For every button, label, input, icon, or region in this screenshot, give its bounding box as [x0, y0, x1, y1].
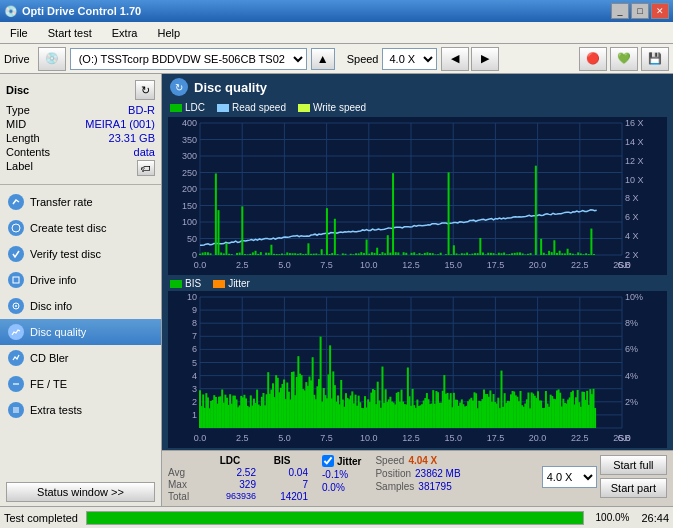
disc-refresh-btn[interactable]: ↻	[135, 80, 155, 100]
disc-label-icon[interactable]: 🏷	[137, 160, 155, 176]
drive-eject-btn[interactable]: ▲	[311, 48, 335, 70]
menu-help[interactable]: Help	[151, 25, 186, 41]
disc-contents-value[interactable]: data	[134, 146, 155, 158]
speed-controls: ◀ ▶	[441, 47, 499, 71]
max-ldc: 329	[204, 479, 256, 490]
jitter-legend-label: Jitter	[228, 278, 250, 289]
disc-info-label: Disc info	[30, 300, 72, 312]
disc-mid-value: MEIRA1 (001)	[85, 118, 155, 130]
svg-point-3	[15, 305, 17, 307]
status-bar: Test completed 100.0% 26:44	[0, 506, 673, 528]
disc-quality-icon	[8, 324, 24, 340]
create-test-icon	[8, 220, 24, 236]
max-label: Max	[168, 479, 204, 490]
start-part-btn[interactable]: Start part	[600, 478, 667, 498]
disc-color-btn[interactable]: 🔴	[579, 47, 607, 71]
status-window-btn[interactable]: Status window >>	[6, 482, 155, 502]
ldc-legend-label: LDC	[185, 102, 205, 113]
disc-length-row: Length 23.31 GB	[6, 132, 155, 144]
total-ldc: 963936	[204, 491, 256, 502]
window-controls: _ □ ✕	[611, 3, 669, 19]
sidebar-item-disc-info[interactable]: Disc info	[0, 293, 161, 319]
menu-file[interactable]: File	[4, 25, 34, 41]
samples-value: 381795	[418, 481, 451, 492]
read-speed-legend-label: Read speed	[232, 102, 286, 113]
title-bar: 💿 Opti Drive Control 1.70 _ □ ✕	[0, 0, 673, 22]
sidebar-item-drive-info[interactable]: Drive info	[0, 267, 161, 293]
sidebar-item-extra-tests[interactable]: Extra tests	[0, 397, 161, 423]
verify-test-label: Verify test disc	[30, 248, 101, 260]
write-speed-legend-label: Write speed	[313, 102, 366, 113]
drive-info-icon	[8, 272, 24, 288]
sidebar-item-disc-quality[interactable]: Disc quality	[0, 319, 161, 345]
speed-select[interactable]: 4.0 X	[382, 48, 437, 70]
chart-refresh-icon[interactable]: ↻	[170, 78, 188, 96]
main-content: ↻ Disc quality LDC Read speed Write spee…	[162, 74, 673, 506]
chart-title: Disc quality	[194, 80, 267, 95]
sidebar-item-verify-test-disc[interactable]: Verify test disc	[0, 241, 161, 267]
cd-bler-label: CD Bler	[30, 352, 69, 364]
chart-legend-top: LDC Read speed Write speed	[162, 100, 673, 117]
speed-back-btn[interactable]: ◀	[441, 47, 469, 71]
speed-key: Speed	[375, 455, 404, 466]
svg-point-0	[12, 224, 20, 232]
save-btn[interactable]: 💾	[641, 47, 669, 71]
disc-type-value: BD-R	[128, 104, 155, 116]
cd-bler-icon	[8, 350, 24, 366]
position-key: Position	[375, 468, 411, 479]
disc-green-btn[interactable]: 💚	[610, 47, 638, 71]
ldc-chart	[168, 117, 667, 275]
samples-key: Samples	[375, 481, 414, 492]
stats-bar: LDC BIS Avg 2.52 0.04 Max 329 7 Total 96…	[162, 450, 673, 506]
disc-mid-row: MID MEIRA1 (001)	[6, 118, 155, 130]
fe-te-icon	[8, 376, 24, 392]
svg-rect-1	[13, 277, 19, 283]
transfer-rate-icon	[8, 194, 24, 210]
progress-bar-container	[86, 511, 584, 525]
disc-info-icon	[8, 298, 24, 314]
disc-label-label: Label	[6, 160, 33, 176]
speed-dropdown[interactable]: 4.0 X	[542, 466, 597, 488]
verify-test-icon	[8, 246, 24, 262]
jitter-max: 0.0%	[322, 482, 361, 493]
drive-label: Drive	[4, 53, 30, 65]
speed-forward-btn[interactable]: ▶	[471, 47, 499, 71]
bis-legend-label: BIS	[185, 278, 201, 289]
sidebar-item-transfer-rate[interactable]: Transfer rate	[0, 189, 161, 215]
minimize-button[interactable]: _	[611, 3, 629, 19]
menu-start-test[interactable]: Start test	[42, 25, 98, 41]
menu-extra[interactable]: Extra	[106, 25, 144, 41]
maximize-button[interactable]: □	[631, 3, 649, 19]
avg-label: Avg	[168, 467, 204, 478]
disc-length-value: 23.31 GB	[109, 132, 155, 144]
disc-length-label: Length	[6, 132, 40, 144]
sidebar-item-fe-te[interactable]: FE / TE	[0, 371, 161, 397]
drive-select[interactable]: (O:) TSSTcorp BDDVDW SE-506CB TS02	[70, 48, 307, 70]
sidebar-item-cd-bler[interactable]: CD Bler	[0, 345, 161, 371]
status-text: Test completed	[4, 512, 78, 524]
disc-info-panel: Disc ↻ Type BD-R MID MEIRA1 (001) Length…	[0, 74, 161, 185]
speed-value: 4.04 X	[408, 455, 437, 466]
jitter-checkbox[interactable]	[322, 455, 334, 467]
disc-label-row: Label 🏷	[6, 160, 155, 176]
transfer-rate-label: Transfer rate	[30, 196, 93, 208]
disc-type-row: Type BD-R	[6, 104, 155, 116]
sidebar-item-create-test-disc[interactable]: Create test disc	[0, 215, 161, 241]
disc-contents-row: Contents data	[6, 146, 155, 158]
start-full-btn[interactable]: Start full	[600, 455, 667, 475]
read-speed-legend-color	[217, 104, 229, 112]
bis-chart	[168, 291, 667, 448]
disc-contents-label: Contents	[6, 146, 50, 158]
drive-icon-btn[interactable]: 💿	[38, 47, 66, 71]
bis-legend-color	[170, 280, 182, 288]
extra-tests-label: Extra tests	[30, 404, 82, 416]
disc-type-label: Type	[6, 104, 30, 116]
chart-header: ↻ Disc quality	[162, 74, 673, 100]
jitter-label: Jitter	[337, 456, 361, 467]
menu-bar: File Start test Extra Help	[0, 22, 673, 44]
max-bis: 7	[256, 479, 308, 490]
close-button[interactable]: ✕	[651, 3, 669, 19]
position-value: 23862 MB	[415, 468, 461, 479]
app-title: Opti Drive Control 1.70	[22, 5, 141, 17]
disc-section-title: Disc	[6, 84, 29, 96]
